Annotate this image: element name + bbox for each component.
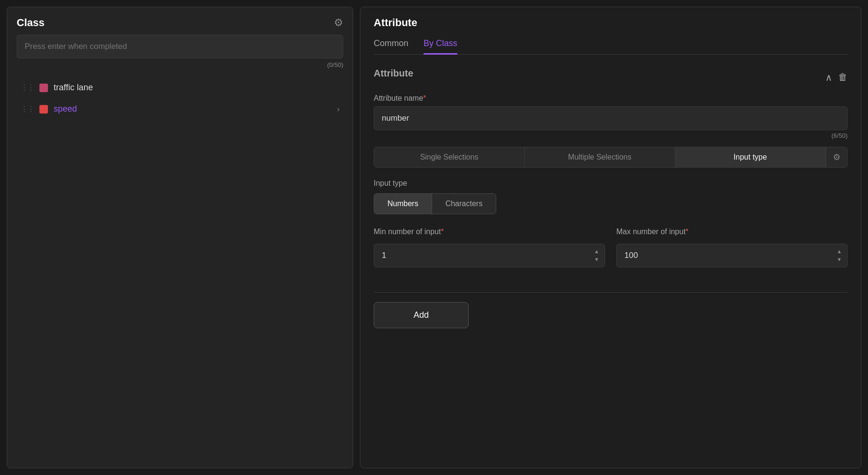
class-name-label: traffic lane <box>54 83 340 93</box>
divider <box>374 292 848 293</box>
max-spinner-up[interactable]: ▲ <box>836 248 843 255</box>
attribute-section-title: Attribute <box>374 68 413 79</box>
attribute-char-count: (6/50) <box>374 132 848 139</box>
input-type-label: Input type <box>374 179 848 188</box>
type-btn-characters[interactable]: Characters <box>432 194 496 214</box>
collapse-button[interactable]: ∧ <box>825 72 832 83</box>
attribute-name-label: Attribute name* <box>374 94 848 103</box>
selection-tabs: Single Selections Multiple Selections In… <box>374 147 848 168</box>
class-name-label: speed <box>54 104 331 114</box>
max-input-wrapper: ▲ ▼ <box>616 244 848 267</box>
attribute-panel-title: Attribute <box>374 17 848 29</box>
class-list: ⋮⋮ traffic lane ⋮⋮ speed › <box>17 78 343 119</box>
list-item[interactable]: ⋮⋮ traffic lane <box>17 78 343 97</box>
max-spinner: ▲ ▼ <box>836 248 843 263</box>
chevron-up-icon: ∧ <box>825 72 832 83</box>
class-settings-button[interactable]: ⚙ <box>334 17 343 29</box>
type-btn-numbers[interactable]: Numbers <box>374 194 432 214</box>
max-required-star: * <box>686 228 689 236</box>
max-number-input[interactable] <box>616 244 848 267</box>
selection-settings-button[interactable]: ⚙ <box>826 147 847 167</box>
color-swatch <box>39 84 48 92</box>
section-actions: ∧ 🗑 <box>825 72 848 83</box>
min-number-label: Min number of input* <box>374 228 605 236</box>
list-item[interactable]: ⋮⋮ speed › <box>17 99 343 119</box>
class-panel: Class ⚙ (0/50) ⋮⋮ traffic lane ⋮⋮ speed … <box>7 7 353 468</box>
tab-input-type[interactable]: Input type <box>675 147 826 167</box>
class-panel-header: Class ⚙ <box>17 17 343 29</box>
attribute-section-header: Attribute ∧ 🗑 <box>374 68 848 86</box>
attribute-panel: Attribute Common By Class Attribute ∧ 🗑 … <box>360 7 861 468</box>
class-panel-title: Class <box>17 17 45 29</box>
max-number-field: Max number of input* ▲ ▼ <box>616 228 848 267</box>
min-spinner-down[interactable]: ▼ <box>593 256 600 263</box>
input-type-buttons: Numbers Characters <box>374 193 496 214</box>
chevron-right-icon: › <box>337 105 340 114</box>
delete-button[interactable]: 🗑 <box>838 72 848 83</box>
min-input-wrapper: ▲ ▼ <box>374 244 605 267</box>
drag-handle-icon: ⋮⋮ <box>20 83 34 92</box>
min-spinner: ▲ ▼ <box>593 248 600 263</box>
attribute-tabs: Common By Class <box>374 38 848 55</box>
tab-single-selections[interactable]: Single Selections <box>374 147 525 167</box>
tab-by-class[interactable]: By Class <box>424 38 457 55</box>
max-number-label: Max number of input* <box>616 228 848 236</box>
color-swatch <box>39 105 48 114</box>
min-number-field: Min number of input* ▲ ▼ <box>374 228 605 267</box>
class-char-count: (0/50) <box>17 61 343 68</box>
number-inputs-row: Min number of input* ▲ ▼ Max number of i… <box>374 228 848 267</box>
tab-common[interactable]: Common <box>374 38 408 55</box>
add-button[interactable]: Add <box>374 302 469 328</box>
gear-icon: ⚙ <box>334 17 343 29</box>
attribute-name-input[interactable] <box>374 106 848 130</box>
trash-icon: 🗑 <box>838 72 848 82</box>
min-number-input[interactable] <box>374 244 605 267</box>
class-search-input[interactable] <box>17 35 343 58</box>
max-spinner-down[interactable]: ▼ <box>836 256 843 263</box>
min-required-star: * <box>441 228 443 236</box>
drag-handle-icon: ⋮⋮ <box>20 104 34 114</box>
min-spinner-up[interactable]: ▲ <box>593 248 600 255</box>
settings-gear-icon: ⚙ <box>833 152 840 162</box>
required-star: * <box>423 94 426 102</box>
tab-multiple-selections[interactable]: Multiple Selections <box>525 147 675 167</box>
